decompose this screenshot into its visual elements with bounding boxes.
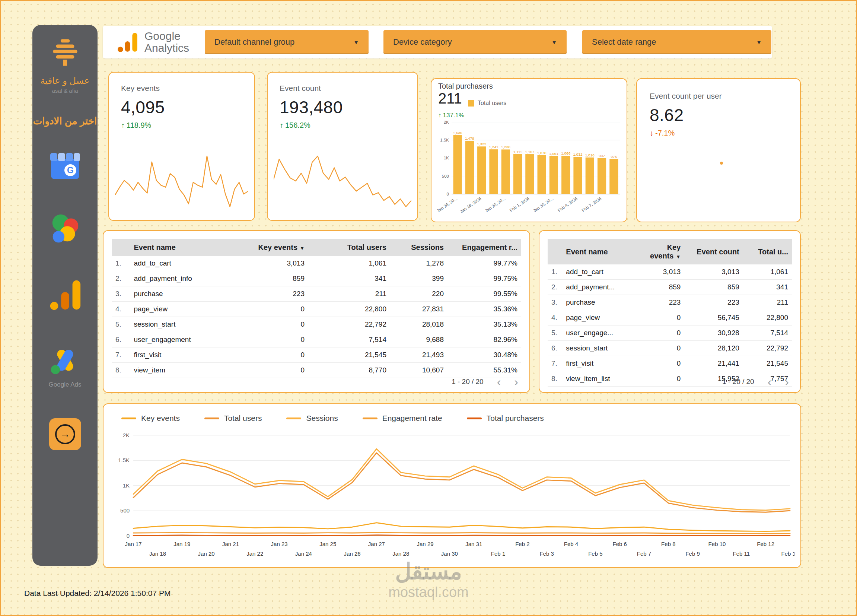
legend-item[interactable]: Sessions — [286, 414, 338, 423]
legend-swatch — [467, 418, 482, 419]
table-cell: 30.48% — [447, 347, 521, 363]
google-ads-icon[interactable] — [48, 346, 83, 377]
svg-text:Jan 20: Jan 20 — [198, 551, 215, 557]
legend-swatch — [363, 418, 377, 419]
google-ads-label: Google Ads — [49, 381, 82, 388]
google-analytics-logo: Google Analytics — [116, 30, 189, 54]
table-cell: 99.75% — [447, 271, 521, 286]
bar — [573, 157, 582, 194]
column-header[interactable]: Event name — [130, 239, 237, 256]
scorecard-title: Event count per user — [650, 91, 787, 101]
channel-group-filter[interactable]: Default channel group ▼ — [205, 30, 368, 54]
table-cell: 0 — [636, 356, 684, 371]
bar — [538, 155, 546, 194]
column-header[interactable]: Event name — [562, 239, 636, 265]
column-header[interactable]: Total users — [308, 239, 390, 256]
table-cell: page_view — [562, 310, 636, 325]
column-header[interactable] — [112, 239, 130, 256]
svg-text:1K: 1K — [444, 156, 449, 160]
table-cell: view_item_list — [562, 371, 636, 387]
table-cell: 3,013 — [684, 265, 743, 280]
pagination: 1 - 20 / 20 ‹ › — [452, 376, 518, 388]
table-cell: 5. — [112, 317, 130, 332]
table-cell: 2. — [548, 280, 562, 295]
svg-text:Jan 28: Jan 28 — [392, 551, 409, 557]
svg-text:Feb 10: Feb 10 — [708, 541, 726, 547]
table-cell: 859 — [636, 280, 684, 295]
series-line — [133, 535, 790, 536]
google-my-business-icon[interactable]: G — [47, 149, 83, 184]
svg-text:1,016: 1,016 — [585, 153, 594, 157]
column-header[interactable]: Key events▼ — [636, 239, 684, 265]
series-line — [133, 453, 790, 512]
table-cell: 21,493 — [390, 347, 447, 363]
next-page-icon[interactable]: › — [514, 376, 518, 388]
table-cell: view_item — [130, 363, 237, 378]
delta: ↓ -7.1% — [650, 129, 787, 138]
table-cell: 4. — [548, 310, 562, 325]
table-row: 7.first_visit021,44121,545 — [548, 356, 792, 371]
table-cell: 8. — [112, 363, 130, 378]
table-header-row: Event nameKey events▼Total usersSessions… — [112, 239, 521, 256]
svg-text:Jan 26, 20...: Jan 26, 20... — [436, 196, 458, 214]
up-arrow-icon: ↑ — [121, 121, 125, 130]
svg-text:1,322: 1,322 — [477, 142, 486, 146]
column-header[interactable] — [548, 239, 562, 265]
svg-text:Feb 4, 2026: Feb 4, 2026 — [557, 196, 578, 213]
google-marketing-platform-icon[interactable] — [46, 210, 84, 248]
table-row: 4.page_view056,74522,800 — [548, 310, 792, 325]
svg-text:1,111: 1,111 — [514, 150, 522, 154]
header-bar: Google Analytics Default channel group ▼… — [103, 26, 772, 59]
column-header[interactable]: Event count — [684, 239, 743, 265]
logo-line2: Analytics — [144, 42, 189, 54]
svg-text:1K: 1K — [123, 483, 130, 489]
column-header[interactable]: Key events▼ — [237, 239, 309, 256]
svg-text:500: 500 — [120, 508, 130, 514]
column-header[interactable]: Engagement r... — [447, 239, 521, 256]
table-cell: 28,120 — [684, 341, 743, 356]
table-cell: 82.96% — [447, 332, 521, 347]
table-cell: 3. — [112, 286, 130, 302]
svg-text:Jan 30: Jan 30 — [441, 551, 458, 557]
event-count-table-card: Event nameKey events▼Event countTotal u.… — [539, 230, 801, 393]
bar — [609, 159, 618, 194]
table-cell: 220 — [390, 286, 447, 302]
table-cell: 3,013 — [237, 256, 309, 271]
legend-item[interactable]: Engagement rate — [363, 414, 442, 423]
bar — [525, 154, 534, 194]
table-cell: purchase — [130, 286, 237, 302]
table-row: 3.purchase223223211 — [548, 295, 792, 310]
table-cell: 8,770 — [308, 363, 390, 378]
chevron-down-icon: ▼ — [551, 39, 557, 45]
legend-item[interactable]: Key events — [121, 414, 180, 423]
series-line — [133, 523, 790, 531]
bar-chart-legend[interactable]: Total users — [468, 100, 506, 107]
google-analytics-icon[interactable] — [47, 277, 84, 313]
pagination: 1 - 20 / 20 ‹ › — [722, 376, 789, 388]
table-cell: 341 — [308, 271, 390, 286]
event-count-table: Event nameKey events▼Event countTotal u.… — [548, 239, 792, 387]
table-cell: 0 — [237, 317, 309, 332]
column-header[interactable]: Total u... — [743, 239, 792, 265]
scorecard-value: 8.62 — [650, 105, 787, 125]
table-cell: 35.36% — [447, 302, 521, 317]
table-cell: user_engage... — [562, 325, 636, 341]
legend-item[interactable]: Total users — [204, 414, 262, 423]
events-table-card: Event nameKey events▼Total usersSessions… — [103, 230, 530, 393]
table-cell: 1. — [112, 256, 130, 271]
key-events-sparkline — [115, 150, 248, 210]
table-row: 1.add_to_cart3,0133,0131,061 — [548, 265, 792, 280]
svg-text:Jan 29: Jan 29 — [417, 541, 434, 547]
table-cell: 21,545 — [308, 347, 390, 363]
previous-page-icon[interactable]: ‹ — [768, 376, 772, 388]
up-arrow-icon: ↑ — [280, 121, 283, 130]
next-dashboard-button[interactable]: → — [49, 418, 81, 450]
next-page-icon[interactable]: › — [785, 376, 789, 388]
sort-desc-icon: ▼ — [300, 245, 305, 251]
legend-item[interactable]: Total purchasers — [467, 414, 544, 423]
column-header[interactable]: Sessions — [390, 239, 447, 256]
date-range-filter[interactable]: Select date range ▼ — [582, 30, 771, 54]
table-row: 4.page_view022,80027,83135.36% — [112, 302, 521, 317]
device-category-filter[interactable]: Device category ▼ — [384, 30, 567, 54]
previous-page-icon[interactable]: ‹ — [497, 376, 501, 388]
